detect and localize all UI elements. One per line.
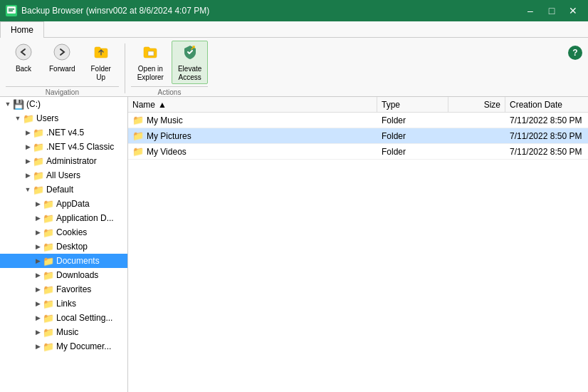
- net-v4-classic-label: .NET v4.5 Classic: [46, 142, 114, 152]
- appdata-icon: 📁: [43, 199, 54, 210]
- expand-c-drive[interactable]: ▼: [3, 99, 13, 109]
- tree-item-application-d[interactable]: ▶ 📁 Application D...: [0, 211, 127, 225]
- svg-rect-1: [9, 9, 14, 10]
- tree-item-links[interactable]: ▶ 📁 Links: [0, 296, 127, 311]
- tree-item-my-documer[interactable]: ▶ 📁 My Documer...: [0, 339, 127, 354]
- tab-home[interactable]: Home: [0, 21, 44, 38]
- tree-item-desktop[interactable]: ▶ 📁 Desktop: [0, 239, 127, 254]
- col-header-name[interactable]: Name ▲: [128, 97, 377, 112]
- maximize-button[interactable]: □: [542, 4, 561, 18]
- col-header-size[interactable]: Size: [448, 97, 505, 112]
- file-row-my-pictures[interactable]: 📁 My Pictures Folder 7/11/2022 8:50 PM 8…: [128, 128, 588, 144]
- expand-net-v4-classic[interactable]: ▶: [23, 142, 33, 152]
- col-header-creation[interactable]: Creation Date: [505, 97, 588, 112]
- folder-up-button[interactable]: FolderUp: [83, 41, 119, 84]
- tree-item-favorites[interactable]: ▶ 📁 Favorites: [0, 282, 127, 296]
- file-cell-creation-my-pictures: 7/11/2022 8:50 PM: [505, 131, 588, 141]
- administrator-label: Administrator: [46, 156, 97, 166]
- file-row-my-music[interactable]: 📁 My Music Folder 7/11/2022 8:50 PM 7/11…: [128, 113, 588, 128]
- users-icon: 📁: [23, 113, 34, 124]
- expand-local-setting[interactable]: ▶: [33, 313, 43, 323]
- ribbon-content: Back Forward: [0, 38, 588, 96]
- col-type-label: Type: [382, 100, 400, 110]
- net-v4-classic-icon: 📁: [33, 142, 44, 153]
- help-button[interactable]: ?: [568, 46, 582, 60]
- ribbon-group-actions: Open inExplorer ElevateAccess A: [131, 41, 209, 96]
- expand-my-documer[interactable]: ▶: [33, 341, 43, 351]
- tree-item-net-v4[interactable]: ▶ 📁 .NET v4.5: [0, 125, 127, 140]
- expand-music[interactable]: ▶: [33, 327, 43, 337]
- back-button[interactable]: Back: [6, 41, 41, 84]
- tree-scroll[interactable]: ▼ 💾 (C:) ▼ 📁 Users ▶ 📁 .NET v4.5 ▶ 📁 .NE…: [0, 97, 127, 392]
- folder-icon-my-music: 📁: [132, 115, 144, 125]
- window-title: Backup Browser (winsrv002 at 8/6/2024 4:…: [21, 6, 209, 16]
- ribbon: Home ? Back: [0, 21, 588, 97]
- music-label: Music: [56, 327, 78, 337]
- elevate-access-label: ElevateAccess: [178, 65, 201, 82]
- folder-up-label: FolderUp: [91, 65, 111, 82]
- my-documer-icon: 📁: [43, 341, 54, 352]
- folder-icon-my-videos: 📁: [132, 146, 144, 157]
- elevate-access-button[interactable]: ElevateAccess: [172, 41, 208, 84]
- forward-button[interactable]: Forward: [43, 41, 82, 84]
- col-header-type[interactable]: Type: [377, 97, 448, 112]
- tree-item-downloads[interactable]: ▶ 📁 Downloads: [0, 268, 127, 282]
- tree-item-administrator[interactable]: ▶ 📁 Administrator: [0, 154, 127, 168]
- expand-default[interactable]: ▼: [23, 185, 33, 195]
- my-documer-label: My Documer...: [56, 341, 111, 351]
- expand-favorites[interactable]: ▶: [33, 284, 43, 294]
- close-button[interactable]: ✕: [564, 4, 582, 18]
- application-d-icon: 📁: [43, 213, 54, 224]
- tree-item-music[interactable]: ▶ 📁 Music: [0, 325, 127, 339]
- minimize-button[interactable]: –: [521, 4, 540, 18]
- expand-documents[interactable]: ▶: [33, 256, 43, 266]
- expand-users[interactable]: ▼: [13, 113, 23, 123]
- title-bar: Backup Browser (winsrv002 at 8/6/2024 4:…: [0, 0, 588, 21]
- appdata-label: AppData: [56, 199, 90, 209]
- file-list: 📁 My Music Folder 7/11/2022 8:50 PM 7/11…: [128, 113, 588, 392]
- expand-net-v4[interactable]: ▶: [23, 128, 33, 138]
- file-cell-name-my-music: 📁 My Music: [128, 115, 377, 125]
- c-drive-label: (C:): [26, 99, 41, 109]
- tree-item-net-v4-classic[interactable]: ▶ 📁 .NET v4.5 Classic: [0, 140, 127, 154]
- file-cell-name-my-videos: 📁 My Videos: [128, 146, 377, 157]
- file-name-my-music: My Music: [147, 115, 183, 125]
- open-in-explorer-label: Open inExplorer: [137, 65, 164, 82]
- tree-item-documents[interactable]: ▶ 📁 Documents: [0, 254, 127, 268]
- tree-item-c-drive[interactable]: ▼ 💾 (C:): [0, 97, 127, 111]
- tree-item-local-setting[interactable]: ▶ 📁 Local Setting...: [0, 311, 127, 325]
- forward-icon: [53, 43, 70, 63]
- desktop-label: Desktop: [56, 242, 88, 252]
- window-controls[interactable]: – □ ✕: [521, 4, 582, 18]
- tree-item-appdata[interactable]: ▶ 📁 AppData: [0, 197, 127, 211]
- default-icon: 📁: [33, 185, 44, 195]
- file-name-my-pictures: My Pictures: [147, 131, 191, 141]
- expand-all-users[interactable]: ▶: [23, 170, 33, 180]
- col-creation-label: Creation Date: [510, 100, 562, 110]
- cookies-icon: 📁: [43, 227, 54, 238]
- expand-administrator[interactable]: ▶: [23, 156, 33, 166]
- cookies-label: Cookies: [56, 227, 87, 237]
- tree-item-users[interactable]: ▼ 📁 Users: [0, 111, 127, 125]
- documents-label: Documents: [56, 256, 100, 266]
- net-v4-icon: 📁: [33, 128, 44, 138]
- expand-cookies[interactable]: ▶: [33, 227, 43, 237]
- expand-appdata[interactable]: ▶: [33, 199, 43, 209]
- expand-downloads[interactable]: ▶: [33, 270, 43, 280]
- all-users-label: All Users: [46, 170, 80, 180]
- downloads-icon: 📁: [43, 270, 54, 281]
- music-icon: 📁: [43, 327, 54, 338]
- users-label: Users: [36, 113, 58, 123]
- tree-item-default[interactable]: ▼ 📁 Default: [0, 182, 127, 197]
- open-in-explorer-button[interactable]: Open inExplorer: [131, 41, 170, 84]
- tree-panel: ▼ 💾 (C:) ▼ 📁 Users ▶ 📁 .NET v4.5 ▶ 📁 .NE…: [0, 97, 128, 392]
- links-label: Links: [56, 299, 76, 309]
- favorites-icon: 📁: [43, 284, 54, 295]
- file-row-my-videos[interactable]: 📁 My Videos Folder 7/11/2022 8:50 PM 7/1…: [128, 144, 588, 160]
- app-icon: [6, 5, 17, 16]
- expand-links[interactable]: ▶: [33, 299, 43, 309]
- expand-desktop[interactable]: ▶: [33, 242, 43, 252]
- tree-item-cookies[interactable]: ▶ 📁 Cookies: [0, 225, 127, 239]
- expand-application-d[interactable]: ▶: [33, 213, 43, 223]
- tree-item-all-users[interactable]: ▶ 📁 All Users: [0, 168, 127, 182]
